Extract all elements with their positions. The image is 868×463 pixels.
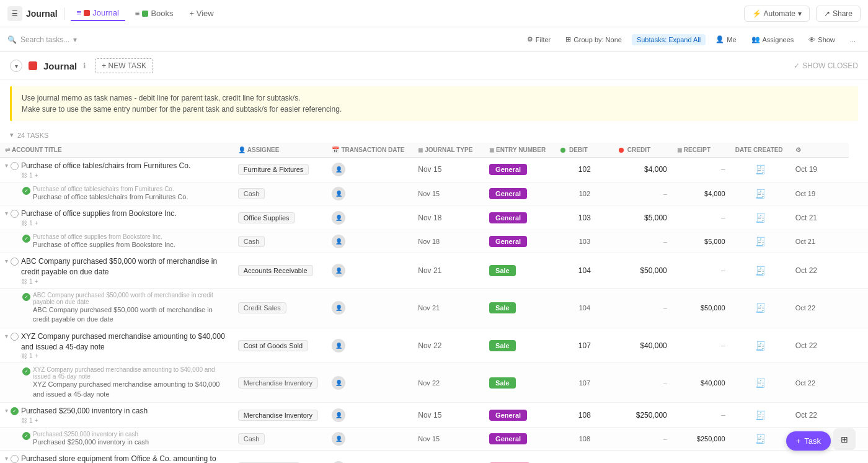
expand-arrow-icon[interactable]: ▾ [5,162,8,169]
task-checkbox[interactable]: ✓ [11,407,19,415]
tasks-count-label: 24 TASKS [17,132,48,139]
child-receipt-icon[interactable]: 🧾 [755,303,766,313]
child-tx-date-value: Nov 22 [418,379,440,387]
tab-journal[interactable]: ≡ Journal [71,6,125,21]
child-date-created-cell: Oct 22 [790,363,849,403]
receipt-icon[interactable]: 🧾 [755,410,766,420]
expand-arrow-icon[interactable]: ▾ [5,333,8,339]
child-receipt-cell: 🧾 [730,427,790,450]
th-date-created[interactable]: DATE CREATED [730,143,790,158]
child-task-name-small: Purchase of office supplies from Booksto… [33,233,175,240]
more-btn[interactable]: ... [845,34,861,45]
credit-red-dot [619,148,624,153]
task-checkbox[interactable]: ✓ [22,293,30,301]
grid-view-button[interactable]: ⊞ [833,428,856,451]
task-name-content: XYZ Company purchased merchandise amount… [21,331,228,360]
child-date-created-value: Oct 19 [795,190,815,197]
th-task[interactable]: ⇄ ACCOUNT TITLE [0,143,233,158]
task-checkbox[interactable]: ✓ [22,367,30,375]
child-tx-date-value: Nov 15 [418,190,440,197]
assignees-btn[interactable]: 👥 Assignees [746,34,799,45]
task-checkbox[interactable] [11,333,19,341]
child-entry-number-cell: 108 [556,427,614,450]
collapse-tasks-icon[interactable]: ▾ [10,131,14,139]
date-created-value: Oct 19 [795,165,817,174]
task-checkbox[interactable] [11,258,19,266]
th-settings[interactable]: ⚙ [790,143,849,158]
app-icon[interactable]: ☰ [7,6,22,21]
receipt-icon[interactable]: 🧾 [755,341,766,351]
child-receipt-icon[interactable]: 🧾 [755,236,766,246]
subtasks-btn[interactable]: Subtasks: Expand All [632,34,706,45]
group-by-btn[interactable]: ⊞ Group by: None [560,34,627,45]
th-tx-date[interactable]: 📅 TRANSACTION DATE [327,143,413,158]
receipt-icon[interactable]: 🧾 [755,266,766,276]
child-receipt-icon[interactable]: 🧾 [755,189,766,199]
table-row: ▾ ABC Company purchased $50,000 worth of… [0,253,868,289]
task-checkbox[interactable]: ✓ [22,432,30,440]
task-checkbox[interactable] [11,162,19,170]
child-receipt-icon[interactable]: 🧾 [755,434,766,444]
search-icon: 🔍 [7,35,17,44]
debit-value: $5,000 [644,214,667,222]
th-debit[interactable]: DEBIT [556,143,614,158]
new-task-button[interactable]: + NEW TASK [95,58,153,73]
show-btn[interactable]: 👁 Show [804,34,840,45]
meta-add-icon[interactable]: + [35,278,38,285]
expand-arrow-icon[interactable]: ▾ [5,455,8,462]
automate-button[interactable]: ⚡ Automate ▾ [744,6,810,22]
receipt-cell: 🧾 [730,253,790,289]
tab-books[interactable]: ≡ Books [129,6,180,20]
account-cell: Furniture & Fixtures [233,158,327,182]
meta-add-icon[interactable]: + [35,172,38,179]
child-entry-number-cell: 103 [556,230,614,253]
th-entry-number[interactable]: ◼ ENTRY NUMBER [484,143,556,158]
add-view-label: + View [190,9,214,18]
journal-badge: General [489,164,527,175]
filter-btn[interactable]: ⚙ Filter [522,34,556,45]
child-account-tag: Merchandise Inventory [238,377,318,389]
child-task-name-content: Purchased $250,000 inventory in cash Pur… [33,431,149,447]
task-checkbox[interactable] [11,210,19,218]
child-receipt-icon[interactable]: 🧾 [755,378,766,388]
expand-arrow-icon[interactable]: ▾ [5,210,8,217]
meta-add-icon[interactable]: + [35,353,38,359]
share-button[interactable]: ↗ Share [816,6,861,22]
child-tx-date-cell: Nov 22 [413,363,484,403]
tab-books-color [142,11,148,17]
group-label: Group by: None [574,36,622,43]
task-checkbox[interactable]: ✓ [22,187,30,195]
row-settings-cell [849,253,868,289]
child-journal-badge: Sale [489,377,516,389]
receipt-icon[interactable]: 🧾 [755,164,766,174]
me-label: Me [727,36,736,43]
avatar: 👤 [332,264,345,277]
credit-value: – [721,165,725,174]
add-view-btn[interactable]: + View [184,6,220,20]
child-debit-cell: – [614,182,672,205]
th-credit[interactable]: CREDIT [614,143,672,158]
meta-add-icon[interactable]: + [35,417,38,424]
fab-label: Task [804,436,821,446]
search-input[interactable]: 🔍 Search tasks... ▾ [7,35,517,44]
child-avatar: 👤 [332,432,345,446]
task-checkbox[interactable] [11,455,19,463]
receipt-icon[interactable]: 🧾 [755,213,766,223]
show-closed-button[interactable]: ✓ SHOW CLOSED [794,61,858,70]
expand-arrow-icon[interactable]: ▾ [5,407,8,414]
task-name-cell: ▾ Purchase of office tables/chairs from … [0,158,233,182]
th-assignee[interactable]: 👤 ASSIGNEE [233,143,327,158]
collapse-btn[interactable]: ▾ [10,60,22,72]
info-icon[interactable]: ℹ [83,61,86,70]
show-closed-label: SHOW CLOSED [802,61,858,70]
debit-cell: $40,000 [614,328,672,363]
th-receipt[interactable]: ◼ RECEIPT [672,143,730,158]
th-journal-type[interactable]: ◼ JOURNAL TYPE [413,143,484,158]
fab-task-button[interactable]: + Task [786,431,831,451]
task-checkbox[interactable]: ✓ [22,235,30,243]
child-receipt-cell: 🧾 [730,182,790,205]
me-btn[interactable]: 👤 Me [711,34,741,45]
row-settings-cell [849,205,868,230]
meta-add-icon[interactable]: + [35,220,38,227]
expand-arrow-icon[interactable]: ▾ [5,258,8,264]
